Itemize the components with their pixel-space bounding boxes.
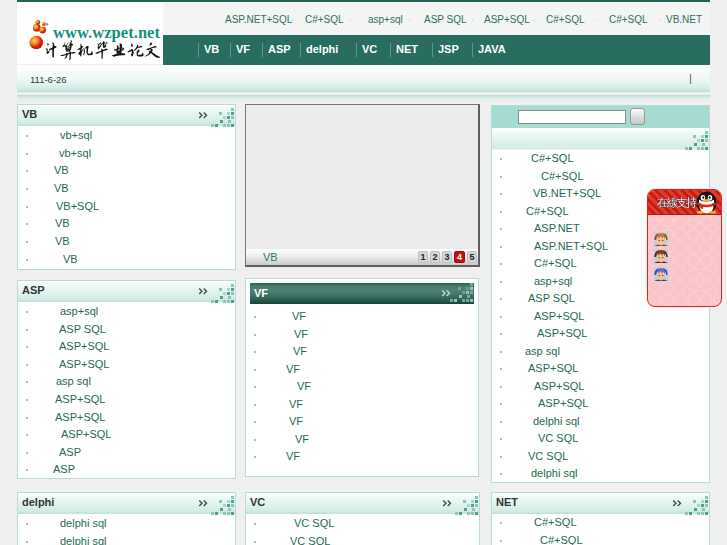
svg-text:www.wzpet.net: www.wzpet.net [53, 23, 161, 42]
